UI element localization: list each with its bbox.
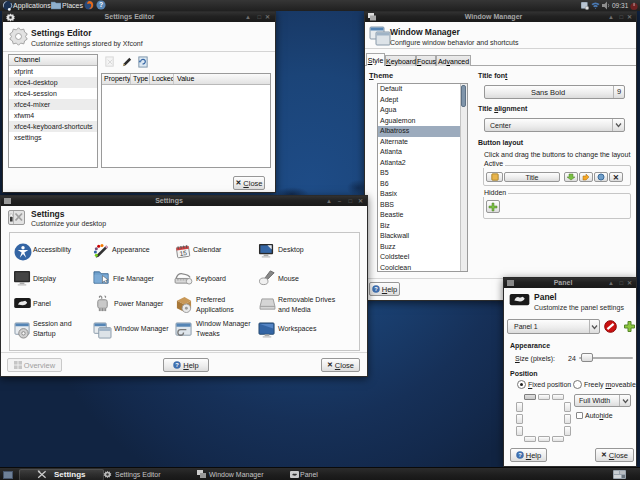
svg-text:?: ? (518, 452, 522, 458)
svg-text:15: 15 (179, 249, 188, 257)
svg-text:?: ? (374, 286, 378, 292)
svg-text:?: ? (99, 1, 103, 8)
svg-text:?: ? (176, 362, 180, 368)
